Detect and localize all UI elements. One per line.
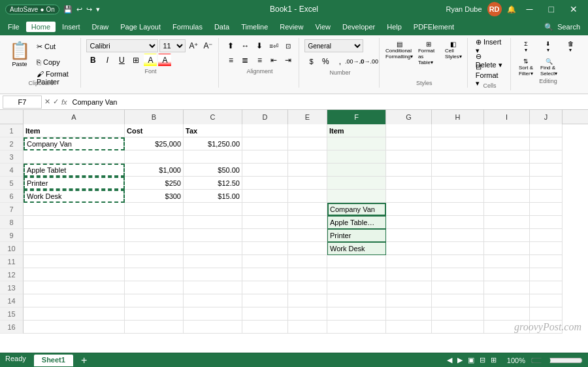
cell-e2[interactable] bbox=[288, 137, 327, 150]
cell-f2[interactable] bbox=[327, 137, 386, 150]
cell-e4[interactable] bbox=[288, 164, 327, 177]
row-num-11[interactable]: 11 bbox=[0, 255, 24, 268]
close-button[interactable]: ✕ bbox=[564, 4, 583, 14]
row-num-8[interactable]: 8 bbox=[0, 216, 24, 229]
cell-j11[interactable] bbox=[530, 255, 563, 268]
cell-i16[interactable] bbox=[484, 321, 530, 334]
fill-button[interactable]: ⬇ ▾ bbox=[538, 39, 558, 54]
increase-indent-button[interactable]: ⇥ bbox=[282, 54, 295, 67]
cell-f12[interactable] bbox=[327, 268, 386, 281]
cell-c2[interactable]: $1,250.00 bbox=[184, 137, 242, 150]
number-format-select[interactable]: General Number Currency Accounting bbox=[304, 39, 363, 52]
save-icon[interactable]: 💾 bbox=[63, 5, 73, 14]
cell-a2[interactable]: Company Van bbox=[24, 137, 125, 150]
cell-g4[interactable] bbox=[386, 164, 432, 177]
row-num-14[interactable]: 14 bbox=[0, 294, 24, 307]
cell-i12[interactable] bbox=[484, 268, 530, 281]
cell-e9[interactable] bbox=[288, 229, 327, 242]
cell-h16[interactable] bbox=[432, 321, 484, 334]
cell-i8[interactable] bbox=[484, 216, 530, 229]
cell-d2[interactable] bbox=[242, 137, 288, 150]
currency-button[interactable]: $ bbox=[304, 55, 318, 68]
cell-f6[interactable] bbox=[327, 190, 386, 203]
redo-icon[interactable]: ↪ bbox=[86, 5, 92, 14]
cell-j10[interactable] bbox=[530, 242, 563, 255]
cell-j16[interactable] bbox=[530, 321, 563, 334]
cell-c6[interactable]: $15.00 bbox=[184, 190, 242, 203]
cell-c8[interactable] bbox=[184, 216, 242, 229]
col-header-j[interactable]: J bbox=[530, 110, 563, 124]
align-right-button[interactable]: ≡ bbox=[253, 54, 266, 67]
cell-e10[interactable] bbox=[288, 242, 327, 255]
cell-g9[interactable] bbox=[386, 229, 432, 242]
cell-a15[interactable] bbox=[24, 307, 125, 321]
cell-f16[interactable] bbox=[327, 321, 386, 334]
cell-b10[interactable] bbox=[125, 242, 184, 255]
menu-data[interactable]: Data bbox=[209, 22, 235, 32]
cell-f10[interactable]: Work Desk bbox=[327, 242, 386, 255]
formula-enter-icon[interactable]: ✓ bbox=[53, 97, 59, 106]
cell-g11[interactable] bbox=[386, 255, 432, 268]
cell-c5[interactable]: $12.50 bbox=[184, 177, 242, 190]
quick-access-more[interactable]: ▾ bbox=[96, 5, 100, 14]
cell-a7[interactable] bbox=[24, 203, 125, 216]
cell-g8[interactable] bbox=[386, 216, 432, 229]
cell-i3[interactable] bbox=[484, 150, 530, 164]
cell-styles-button[interactable]: ◧ CellStyles▾ bbox=[444, 39, 463, 67]
name-box[interactable] bbox=[3, 96, 42, 109]
cell-c15[interactable] bbox=[184, 307, 242, 321]
italic-button[interactable]: I bbox=[101, 54, 114, 67]
cell-b2[interactable]: $25,000 bbox=[125, 137, 184, 150]
minimize-button[interactable]: ─ bbox=[521, 4, 538, 14]
cell-d10[interactable] bbox=[242, 242, 288, 255]
increase-decimal-button[interactable]: .0→.00 bbox=[362, 55, 375, 68]
cell-j5[interactable] bbox=[530, 177, 563, 190]
cell-g1[interactable] bbox=[386, 124, 432, 137]
cell-b12[interactable] bbox=[125, 268, 184, 281]
row-num-16[interactable]: 16 bbox=[0, 321, 24, 334]
cell-g6[interactable] bbox=[386, 190, 432, 203]
align-middle-button[interactable]: ↔ bbox=[238, 39, 252, 52]
col-header-e[interactable]: E bbox=[288, 110, 327, 124]
cut-button[interactable]: ✂ Cut bbox=[34, 39, 78, 54]
bold-button[interactable]: B bbox=[86, 54, 99, 67]
page-layout-view-icon[interactable]: ⊟ bbox=[480, 356, 485, 364]
cell-g12[interactable] bbox=[386, 268, 432, 281]
cell-i15[interactable] bbox=[484, 307, 530, 321]
copy-button[interactable]: ⎘ Copy bbox=[34, 55, 78, 69]
sum-button[interactable]: Σ ▾ bbox=[516, 39, 536, 54]
cell-f11[interactable] bbox=[327, 255, 386, 268]
cell-b11[interactable] bbox=[125, 255, 184, 268]
cell-d6[interactable] bbox=[242, 190, 288, 203]
cell-g3[interactable] bbox=[386, 150, 432, 164]
cell-f13[interactable] bbox=[327, 281, 386, 294]
cell-g15[interactable] bbox=[386, 307, 432, 321]
add-sheet-button[interactable]: + bbox=[81, 355, 87, 366]
row-num-4[interactable]: 4 bbox=[0, 164, 24, 177]
menu-help[interactable]: Help bbox=[382, 22, 407, 32]
cell-d16[interactable] bbox=[242, 321, 288, 334]
row-num-12[interactable]: 12 bbox=[0, 268, 24, 281]
cell-e15[interactable] bbox=[288, 307, 327, 321]
cell-a16[interactable] bbox=[24, 321, 125, 334]
cell-i5[interactable] bbox=[484, 177, 530, 190]
cell-a1[interactable]: Item bbox=[24, 124, 125, 137]
row-num-5[interactable]: 5 bbox=[0, 177, 24, 190]
cell-e16[interactable] bbox=[288, 321, 327, 334]
align-bottom-button[interactable]: ⬇ bbox=[253, 39, 266, 52]
col-header-g[interactable]: G bbox=[386, 110, 432, 124]
cell-d5[interactable] bbox=[242, 177, 288, 190]
cell-b6[interactable]: $300 bbox=[125, 190, 184, 203]
fill-color-button[interactable]: A bbox=[144, 54, 157, 67]
row-num-6[interactable]: 6 bbox=[0, 190, 24, 203]
cell-h4[interactable] bbox=[432, 164, 484, 177]
cell-i13[interactable] bbox=[484, 281, 530, 294]
cell-j8[interactable] bbox=[530, 216, 563, 229]
cell-e14[interactable] bbox=[288, 294, 327, 307]
row-num-2[interactable]: 2 bbox=[0, 137, 24, 150]
formula-input[interactable] bbox=[70, 96, 585, 109]
row-num-13[interactable]: 13 bbox=[0, 281, 24, 294]
cell-h11[interactable] bbox=[432, 255, 484, 268]
borders-button[interactable]: ⊞ bbox=[129, 54, 142, 67]
col-header-f[interactable]: F bbox=[327, 110, 386, 124]
